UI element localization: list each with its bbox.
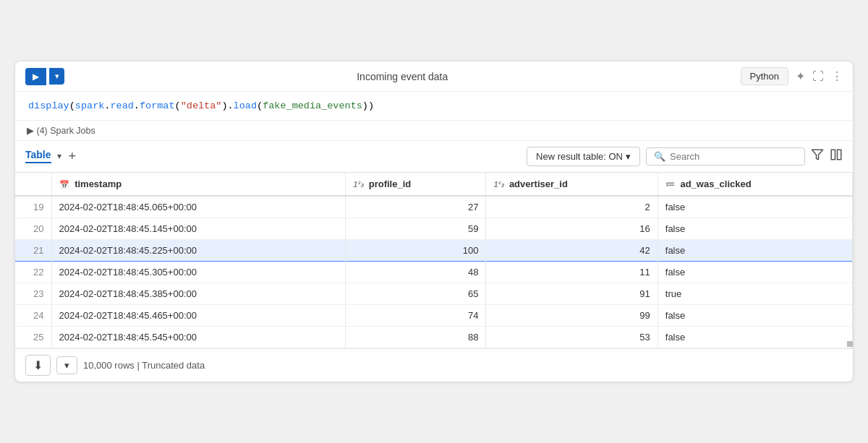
col-header-ad-clicked[interactable]: ≔ ad_was_clicked [658,173,852,196]
col-header-advertiser-id[interactable]: 1²₃ advertiser_id [486,173,658,196]
new-result-label: New result table: ON [536,151,623,162]
cell-title: Incoming event data [357,71,448,82]
table-row[interactable]: 232024-02-02T18:48:45.385+00:006591true [15,283,853,304]
table-tab[interactable]: Table [25,149,51,163]
cell-ad-was-clicked: false [658,326,852,348]
cell-ad-was-clicked: false [658,304,852,326]
svg-rect-1 [831,150,835,160]
expand-rows-button[interactable]: ▾ [56,356,77,374]
columns-icon[interactable] [830,148,843,164]
cell-timestamp: 2024-02-02T18:48:45.065+00:00 [51,196,346,218]
new-result-arrow: ▾ [626,151,631,162]
download-button[interactable]: ⬇ [25,355,51,376]
cell-ad-was-clicked: false [658,196,852,218]
cell-ad-was-clicked: false [658,261,852,283]
cell-advertiser-id: 16 [486,218,658,239]
resize-handle[interactable] [847,341,853,347]
svg-marker-0 [812,150,823,160]
row-count-text: 10,000 rows | Truncated data [83,360,205,371]
col-header-rownum [15,173,51,196]
cell-timestamp: 2024-02-02T18:48:45.545+00:00 [51,326,346,348]
sparkle-icon[interactable]: ✦ [796,69,805,83]
cell-timestamp: 2024-02-02T18:48:45.385+00:00 [51,283,346,304]
cell-timestamp: 2024-02-02T18:48:45.465+00:00 [51,304,346,326]
table-header-row: 📅 timestamp 1²₃ profile_id 1²₃ advertise… [15,173,853,196]
toolbar-left: ▶ ▾ [25,68,64,85]
cell-row-num: 22 [15,261,51,283]
cell-row-num: 19 [15,196,51,218]
spark-jobs-bar[interactable]: ▶ (4) Spark Jobs [15,121,853,141]
cell-row-num: 21 [15,239,51,261]
cell-timestamp: 2024-02-02T18:48:45.145+00:00 [51,218,346,239]
cell-ad-was-clicked: false [658,218,852,239]
table-row[interactable]: 202024-02-02T18:48:45.145+00:005916false [15,218,853,239]
cell-profile-id: 59 [346,218,486,239]
search-icon: 🔍 [654,151,665,162]
profile-id-col-icon: 1²₃ [353,180,363,189]
table-row[interactable]: 212024-02-02T18:48:45.225+00:0010042fals… [15,239,853,261]
advertiser-id-col-icon: 1²₃ [493,180,503,189]
table-row[interactable]: 252024-02-02T18:48:45.545+00:008853false [15,326,853,348]
cell-advertiser-id: 53 [486,326,658,348]
code-read-fn: read [110,100,133,111]
table-container: 📅 timestamp 1²₃ profile_id 1²₃ advertise… [15,173,853,348]
cell-advertiser-id: 42 [486,239,658,261]
table-tab-arrow[interactable]: ▾ [57,151,61,161]
data-table: 📅 timestamp 1²₃ profile_id 1²₃ advertise… [15,173,853,348]
cell-row-num: 20 [15,218,51,239]
svg-rect-2 [838,150,841,160]
cell-timestamp: 2024-02-02T18:48:45.225+00:00 [51,239,346,261]
spark-jobs-label: ▶ (4) Spark Jobs [27,125,95,136]
language-button[interactable]: Python [741,67,788,85]
cell-advertiser-id: 99 [486,304,658,326]
table-row[interactable]: 192024-02-02T18:48:45.065+00:00272false [15,196,853,218]
cell-profile-id: 100 [346,239,486,261]
table-row[interactable]: 242024-02-02T18:48:45.465+00:007499false [15,304,853,326]
code-display-fn: display [28,100,69,111]
table-footer: ⬇ ▾ 10,000 rows | Truncated data [15,348,853,382]
add-view-button[interactable]: + [69,149,77,164]
table-body: 192024-02-02T18:48:45.065+00:00272false2… [15,196,853,348]
table-row[interactable]: 222024-02-02T18:48:45.305+00:004811false [15,261,853,283]
code-area: display(spark.read.format("delta").load(… [15,92,853,120]
cell-row-num: 23 [15,283,51,304]
cell-toolbar: ▶ ▾ Incoming event data Python ✦ ⛶ ⋮ [15,61,853,92]
cell-ad-was-clicked: false [658,239,852,261]
code-format-fn: format [140,100,175,111]
cell-profile-id: 27 [346,196,486,218]
timestamp-col-icon: 📅 [59,180,69,189]
cell-row-num: 24 [15,304,51,326]
code-format-arg: "delta" [181,100,222,111]
toolbar-right: Python ✦ ⛶ ⋮ [741,67,843,85]
ad-clicked-col-icon: ≔ [665,179,675,189]
cell-profile-id: 48 [346,261,486,283]
filter-icon[interactable] [811,148,824,164]
col-header-profile-id[interactable]: 1²₃ profile_id [346,173,486,196]
more-menu-icon[interactable]: ⋮ [831,69,843,83]
col-header-timestamp[interactable]: 📅 timestamp [51,173,346,196]
code-spark-obj: spark [75,100,105,111]
search-input[interactable] [670,151,797,162]
code-load-arg: fake_media_events [263,100,362,111]
notebook-cell: ▶ ▾ Incoming event data Python ✦ ⛶ ⋮ dis… [14,61,854,382]
search-box[interactable]: 🔍 [646,147,805,165]
run-dropdown-button[interactable]: ▾ [49,68,64,85]
new-result-button[interactable]: New result table: ON ▾ [527,147,640,166]
cell-advertiser-id: 2 [486,196,658,218]
table-toolbar: Table ▾ + New result table: ON ▾ 🔍 [15,141,853,173]
cell-profile-id: 74 [346,304,486,326]
cell-row-num: 25 [15,326,51,348]
cell-advertiser-id: 91 [486,283,658,304]
cell-profile-id: 88 [346,326,486,348]
cell-profile-id: 65 [346,283,486,304]
expand-icon[interactable]: ⛶ [812,70,824,83]
code-load-fn: load [234,100,257,111]
run-button[interactable]: ▶ [25,68,46,85]
cell-advertiser-id: 11 [486,261,658,283]
cell-ad-was-clicked: true [658,283,852,304]
cell-timestamp: 2024-02-02T18:48:45.305+00:00 [51,261,346,283]
